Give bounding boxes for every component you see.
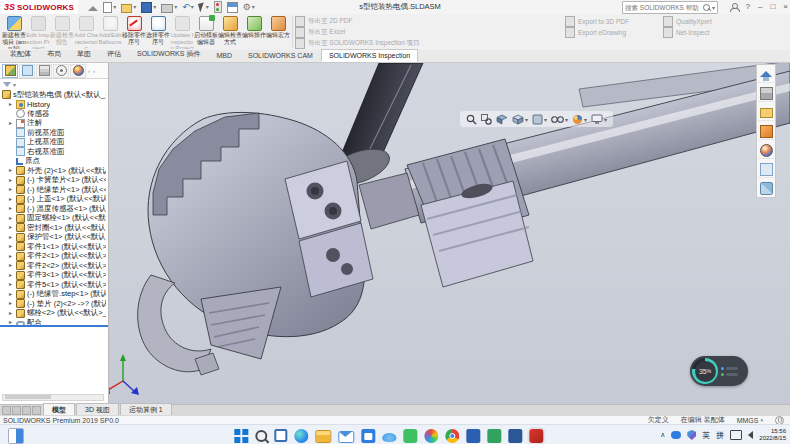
save-button[interactable]: ▾: [141, 2, 156, 13]
language-indicator[interactable]: 英: [702, 430, 710, 441]
help-search-input[interactable]: [623, 4, 703, 11]
remove-balloons-button[interactable]: 移除零件序号: [122, 15, 146, 49]
help-button[interactable]: ?: [746, 0, 750, 14]
start-button[interactable]: [234, 429, 248, 443]
update-tab[interactable]: [758, 180, 774, 196]
tab-solidworks-cam[interactable]: SOLIDWORKS CAM: [240, 49, 321, 62]
close-button[interactable]: ×: [783, 0, 788, 14]
tab-feature-tree[interactable]: [2, 64, 18, 78]
onedrive-icon[interactable]: [382, 433, 396, 442]
home-button[interactable]: [88, 3, 98, 11]
taskbar-search-icon[interactable]: [255, 430, 267, 442]
expand-arrow-icon[interactable]: ▸: [9, 185, 16, 194]
expand-arrow-icon[interactable]: ▸: [9, 176, 16, 185]
photos-icon[interactable]: [424, 429, 438, 443]
zoom-to-area-button[interactable]: [481, 114, 492, 125]
view-orientation-button[interactable]: ▾: [512, 114, 528, 125]
chrome-icon[interactable]: [445, 429, 459, 443]
expand-arrow-icon[interactable]: ▸: [9, 204, 16, 213]
tree-item-component[interactable]: ▸保护管<1> (默认<<默认>_显示状态: [2, 233, 106, 243]
tab-solidworks-inspection[interactable]: SOLIDWORKS Inspection: [321, 49, 418, 62]
export-3dpdf-button[interactable]: Export to 3D PDF: [565, 16, 629, 26]
tree-item-annotations[interactable]: ▸注解: [2, 119, 106, 129]
tree-item-top-plane[interactable]: 上视基准面: [2, 138, 106, 148]
panel-tabs-left-arrow[interactable]: ‹: [87, 68, 91, 74]
tab-addins[interactable]: SOLIDWORKS 插件: [129, 46, 208, 62]
view-palette-tab[interactable]: [758, 123, 774, 140]
tree-item-component[interactable]: ▸(-) 垫片 (2)<2> ->? (默认<<默认>: [2, 299, 106, 309]
file-explorer-icon[interactable]: [315, 430, 331, 443]
tree-root[interactable]: s型铠装热电偶 (默认<默认_显示状态-1: [2, 90, 106, 100]
new-inspection-project-button[interactable]: 新建检查项目 (amp;N): [2, 15, 26, 49]
scrollbar-thumb[interactable]: [5, 395, 51, 399]
expand-arrow-icon[interactable]: ▸: [9, 271, 16, 280]
appearances-tab[interactable]: [758, 142, 774, 159]
speaker-icon[interactable]: [748, 431, 753, 439]
tree-item-origin[interactable]: 原点: [2, 157, 106, 167]
onedrive-tray-icon[interactable]: [671, 431, 681, 439]
tab-display-manager[interactable]: [70, 64, 86, 78]
tree-item-history[interactable]: ▸History: [2, 100, 106, 110]
tree-item-component[interactable]: ▸密封圈<1> (默认<<默认>_显示状态: [2, 223, 106, 233]
tree-item-component[interactable]: ▸零件2<2> (默认<<默认>_显示状态: [2, 261, 106, 271]
new-inspection-report-button[interactable]: 新建检查报告: [50, 15, 74, 49]
tab-dimxpert[interactable]: [53, 64, 69, 78]
open-button[interactable]: ▾: [121, 2, 136, 13]
expand-arrow-icon[interactable]: ▸: [9, 252, 16, 261]
export-2dpdf-button[interactable]: 导出至 2D PDF: [295, 16, 420, 26]
tab-property-manager[interactable]: [19, 64, 35, 78]
export-edrawing-button[interactable]: Export eDrawing: [565, 27, 629, 37]
edit-macro-button[interactable]: 编辑宏方: [266, 15, 290, 49]
file-explorer-tab[interactable]: [758, 104, 774, 121]
task-view-button[interactable]: [274, 429, 287, 442]
mail-icon[interactable]: [338, 431, 354, 443]
tree-item-front-plane[interactable]: 前视基准面: [2, 128, 106, 138]
tree-item-component[interactable]: ▸外壳 (2)<1> (默认<<默认>_显示状态: [2, 166, 106, 176]
tree-filter[interactable]: ▾: [0, 79, 108, 89]
export-inspection-project-button[interactable]: 导出至 SOLIDWORKS Inspection 项目: [295, 38, 420, 48]
units-selector[interactable]: MMGS▾: [737, 417, 763, 424]
section-view-button[interactable]: [496, 114, 508, 125]
launch-template-editor-button[interactable]: 启动模板编辑器: [194, 15, 218, 49]
edit-inspection-methods-button[interactable]: 编辑检查方式: [218, 15, 242, 49]
expand-arrow-icon[interactable]: ▸: [9, 261, 16, 270]
filter-caret-icon[interactable]: ▾: [13, 81, 16, 88]
expand-arrow-icon[interactable]: ▸: [9, 242, 16, 251]
cast-monitor-icon[interactable]: [730, 430, 742, 440]
tree-item-component[interactable]: ▸螺栓<2> (默认<<默认>_显示状态: [2, 309, 106, 319]
expand-arrow-icon[interactable]: ▸: [9, 100, 16, 109]
tree-item-component[interactable]: ▸(-) 绝缘管.step<1> (默认<<默认>_: [2, 290, 106, 300]
tree-item-component[interactable]: ▸(-) 上盖<1> (默认<<默认>_显示状态: [2, 195, 106, 205]
view-settings-button[interactable]: ▾: [591, 114, 607, 124]
tree-split-bar[interactable]: [0, 325, 108, 327]
solidworks-taskbar-icon[interactable]: [529, 429, 543, 443]
solidworks-resources-tab[interactable]: [758, 66, 774, 83]
restore-button[interactable]: □: [770, 0, 775, 14]
tree-item-component[interactable]: ▸零件2<1> (默认<<默认>_显示状态: [2, 252, 106, 262]
tree-item-sensors[interactable]: 传感器: [2, 109, 106, 119]
tab-sketch[interactable]: 草图: [69, 46, 99, 62]
tree-item-right-plane[interactable]: 右视基准面: [2, 147, 106, 157]
expand-arrow-icon[interactable]: ▸: [9, 299, 16, 308]
expand-arrow-icon[interactable]: ▸: [9, 223, 16, 232]
custom-properties-tab[interactable]: [758, 161, 774, 178]
update-inspection-project-button[interactable]: Update Inspection Project: [170, 15, 194, 49]
expand-arrow-icon[interactable]: ▸: [9, 166, 16, 175]
zoom-overlay-widget[interactable]: 35%: [690, 356, 748, 386]
expand-arrow-icon[interactable]: ▸: [9, 119, 16, 128]
tree-item-component[interactable]: ▸零件1<1> (默认<<默认>_显示状态: [2, 242, 106, 252]
qualityxpert-button[interactable]: QualityXpert: [663, 16, 712, 26]
export-excel-button[interactable]: 导出至 Excel: [295, 27, 420, 37]
select-balloons-button[interactable]: 选择零件序号: [146, 15, 170, 49]
options-button[interactable]: ⚙▾: [243, 2, 255, 12]
print-button[interactable]: ▾: [161, 2, 177, 13]
hide-show-items-button[interactable]: ▾: [551, 115, 568, 124]
edit-inspection-project-button[interactable]: Edit Inspection Project: [26, 15, 50, 49]
display-settings-button[interactable]: [227, 2, 238, 13]
help-search-box[interactable]: ▾: [622, 1, 718, 14]
new-document-button[interactable]: ▾: [103, 2, 116, 13]
graphics-viewport[interactable]: ▾ ▾ ▾ ▾ ▾ 35%: [109, 63, 790, 404]
panel-tabs-right-arrow[interactable]: ›: [92, 68, 96, 74]
tree-item-component[interactable]: ▸零件5<1> (默认<<默认>_显示状态: [2, 280, 106, 290]
tab-configuration-manager[interactable]: [36, 64, 52, 78]
